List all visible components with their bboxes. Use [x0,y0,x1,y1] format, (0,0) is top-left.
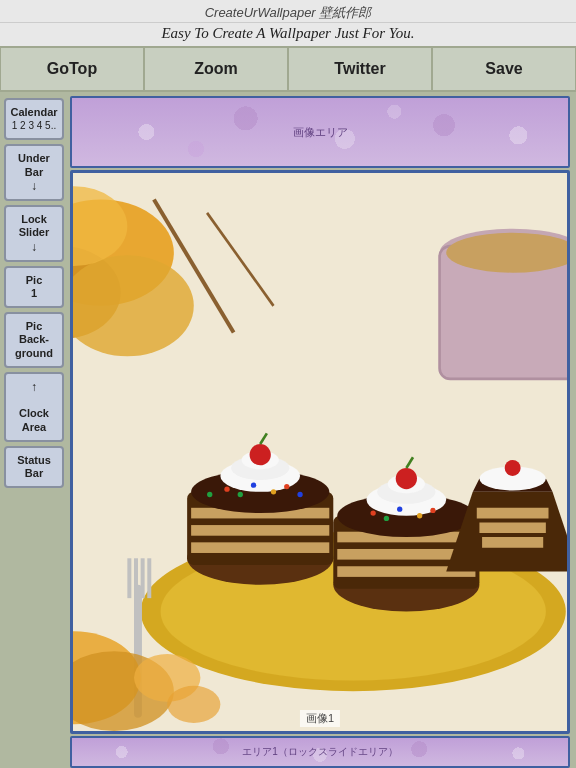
svg-point-46 [396,468,417,489]
svg-point-35 [207,492,212,497]
svg-point-49 [384,516,389,521]
svg-point-31 [238,492,243,497]
svg-point-30 [224,487,229,492]
picbg-button[interactable]: Pic Back- ground [4,312,64,368]
header-top: CreateUrWallpaper 壁紙作郎 [0,0,576,23]
svg-point-51 [417,513,422,518]
main-layout: Calendar 1 2 3 4 5.. Under Bar ↓ Lock Sl… [0,92,576,768]
floral-strip-bottom: エリア1（ロックスライドエリア） [70,736,570,768]
svg-point-34 [284,484,289,489]
statusbar-button[interactable]: Status Bar [4,446,64,488]
svg-rect-23 [191,542,329,553]
toolbar: GoTop Zoom Twitter Save [0,46,576,92]
svg-marker-55 [479,522,545,533]
svg-point-33 [271,489,276,494]
save-button[interactable]: Save [432,48,576,90]
clockarea-button[interactable]: ↑ Clock Area [4,372,64,442]
content-area: 画像エリア [68,92,576,768]
svg-point-50 [397,506,402,511]
photo-caption: 画像1 [300,710,340,727]
svg-point-28 [250,444,271,465]
photo-image [73,173,567,731]
svg-rect-15 [127,558,131,598]
svg-rect-16 [134,558,138,598]
gotop-button[interactable]: GoTop [0,48,144,90]
floral-top-text: 画像エリア [293,125,348,140]
svg-point-52 [430,508,435,513]
svg-marker-54 [477,508,549,519]
svg-point-59 [505,460,521,476]
lockslider-button[interactable]: Lock Slider ↓ [4,205,64,262]
pic1-button[interactable]: Pic 1 [4,266,64,308]
zoom-button[interactable]: Zoom [144,48,288,90]
twitter-button[interactable]: Twitter [288,48,432,90]
svg-point-48 [370,510,375,515]
svg-rect-17 [141,558,145,598]
underbar-button[interactable]: Under Bar ↓ [4,144,64,201]
svg-point-63 [167,686,220,723]
svg-point-32 [251,483,256,488]
header-subtitle: Easy To Create A Wallpaper Just For You. [0,23,576,46]
calendar-button[interactable]: Calendar 1 2 3 4 5.. [4,98,64,140]
sidebar: Calendar 1 2 3 4 5.. Under Bar ↓ Lock Sl… [0,92,68,768]
svg-marker-56 [482,537,543,548]
floral-bottom-text: エリア1（ロックスライドエリア） [242,745,398,759]
app-title: CreateUrWallpaper 壁紙作郎 [205,5,372,20]
floral-strip-top: 画像エリア [70,96,570,168]
photo-container: 画像1 [70,170,570,734]
svg-rect-22 [191,525,329,536]
svg-rect-18 [147,558,151,598]
svg-point-36 [297,492,302,497]
